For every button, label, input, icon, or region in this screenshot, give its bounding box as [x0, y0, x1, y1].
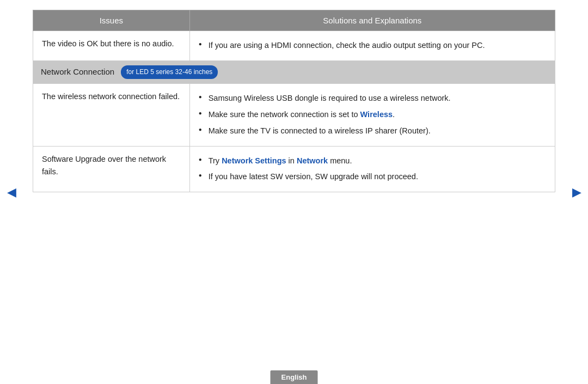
list-item: If you are using a HDMI connection, chec… — [199, 38, 546, 54]
nav-arrow-left[interactable]: ◀ — [5, 186, 17, 198]
header-issues: Issues — [33, 10, 190, 31]
table-row: The video is OK but there is no audio. I… — [33, 31, 555, 61]
issue-cell: The wireless network connection failed. — [33, 84, 190, 146]
header-solutions: Solutions and Explanations — [189, 10, 555, 31]
section-label: Network Connection — [41, 67, 114, 76]
section-header-cell: Network Connection for LED 5 series 32-4… — [33, 60, 555, 84]
list-item: Samsung Wireless USB dongle is required … — [199, 90, 546, 107]
footer-language: English — [271, 370, 318, 384]
page-container: ◀ ▶ Issues Solutions and Explanations Th… — [0, 0, 588, 384]
table-row: Software Upgrade over the network fails.… — [33, 146, 555, 192]
solution-cell: Samsung Wireless USB dongle is required … — [189, 84, 555, 146]
list-item: Make sure the TV is connected to a wirel… — [199, 123, 546, 139]
issues-table: Issues Solutions and Explanations The vi… — [33, 10, 555, 192]
solution-cell: If you are using a HDMI connection, chec… — [189, 31, 555, 61]
nav-arrow-right[interactable]: ▶ — [571, 186, 583, 198]
list-item: Make sure the network connection is set … — [199, 107, 546, 123]
table-row: The wireless network connection failed. … — [33, 84, 555, 146]
issue-cell: The video is OK but there is no audio. — [33, 31, 190, 61]
table-wrapper: Issues Solutions and Explanations The vi… — [33, 10, 555, 192]
issue-cell: Software Upgrade over the network fails. — [33, 146, 190, 192]
solution-cell: Try Network Settings in Network menu. If… — [189, 146, 555, 192]
network-link: Network — [297, 156, 328, 165]
section-badge: for LED 5 series 32-46 inches — [121, 65, 218, 79]
list-item: If you have latest SW version, SW upgrad… — [199, 169, 546, 185]
section-header-row: Network Connection for LED 5 series 32-4… — [33, 60, 555, 84]
wireless-link: Wireless — [360, 110, 393, 119]
network-settings-link: Network Settings — [222, 156, 286, 165]
list-item: Try Network Settings in Network menu. — [199, 153, 546, 169]
